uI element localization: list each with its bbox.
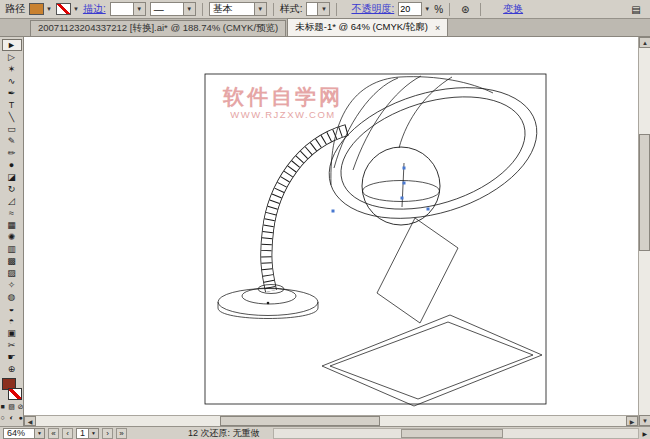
screen-mode-menu-button[interactable]: ◐ — [8, 413, 15, 422]
stroke-link[interactable]: 描边: — [83, 2, 106, 16]
tab-document-1[interactable]: 20071123204337212 [转换].ai* @ 188.74% (CM… — [30, 20, 286, 36]
brush-definition-value: 基本 — [213, 2, 233, 16]
canvas[interactable]: 软件自学网 WWW.RJZXW.COM — [24, 37, 638, 415]
recolor-artwork-icon[interactable]: ⊛ — [456, 1, 474, 18]
status-scroll-strip[interactable] — [273, 428, 640, 439]
color-button[interactable]: ■ — [0, 402, 6, 411]
fill-dropdown-icon[interactable]: ▼ — [46, 6, 52, 12]
undo-status-text: 12 次还原: 无重做 — [188, 427, 260, 439]
rectangle-tool[interactable]: ▭ — [2, 123, 22, 135]
vertical-scrollbar[interactable]: ▲ ▼ — [638, 37, 650, 426]
separator — [449, 3, 450, 16]
hand-tool[interactable]: ☛ — [2, 351, 22, 363]
transform-link[interactable]: 变换 — [503, 2, 523, 16]
pencil-tool[interactable]: ✏ — [2, 147, 22, 159]
scroll-right-icon[interactable]: ▶ — [626, 416, 638, 426]
fill-color-swatch[interactable] — [29, 3, 44, 15]
chevron-down-icon[interactable]: ▼ — [183, 3, 195, 15]
toolbar-tools: ►▷✶∿✒T╲▭✎✏●◪↻◿≈▦✺▥▩▨✧◍◒◓▣✂☛⊕ — [2, 39, 22, 375]
separator — [480, 3, 481, 16]
watermark-title: 软件自学网 — [222, 85, 343, 108]
free-transform-tool[interactable]: ▦ — [2, 219, 22, 231]
direct-selection-tool[interactable]: ▷ — [2, 51, 22, 63]
blob-brush-tool[interactable]: ● — [2, 159, 22, 171]
type-tool[interactable]: T — [2, 99, 22, 111]
artboard-number-combo[interactable]: 1 ▼ — [76, 428, 99, 439]
brush-definition-combo[interactable]: 基本 ▼ — [209, 2, 267, 16]
screen-mode-normal-button[interactable]: ○ — [0, 413, 6, 422]
previous-artboard-button[interactable]: ‹ — [62, 428, 73, 439]
fill-stroke-swatches — [2, 378, 22, 400]
stroke-color-swatch[interactable] — [56, 3, 71, 15]
control-panel-menu-icon[interactable]: ▤ — [627, 1, 645, 18]
zoom-value: 64% — [7, 428, 25, 438]
separator — [273, 3, 274, 16]
scroll-down-icon[interactable]: ▼ — [639, 415, 650, 426]
width-tool[interactable]: ≈ — [2, 207, 22, 219]
selection-type-label: 路径 — [5, 2, 25, 16]
status-menu-icon[interactable]: ▶ — [642, 430, 647, 437]
slice-tool[interactable]: ✂ — [2, 339, 22, 351]
main-area: ►▷✶∿✒T╲▭✎✏●◪↻◿≈▦✺▥▩▨✧◍◒◓▣✂☛⊕ ■▨⊘ ○◐● — [0, 37, 650, 426]
style-combo[interactable]: ▼ — [306, 2, 330, 16]
status-bar: 64% ▼ « ‹ 1 ▼ › » 12 次还原: 无重做 ▶ — [0, 426, 650, 439]
magic-wand-tool[interactable]: ✶ — [2, 63, 22, 75]
stroke-weight-combo[interactable]: ▼ — [110, 2, 146, 16]
style-label: 样式: — [280, 2, 303, 16]
eyedropper-tool[interactable]: ✧ — [2, 279, 22, 291]
first-artboard-button[interactable]: « — [48, 428, 59, 439]
tools-panel: ►▷✶∿✒T╲▭✎✏●◪↻◿≈▦✺▥▩▨✧◍◒◓▣✂☛⊕ ■▨⊘ ○◐● — [0, 37, 24, 426]
stroke-dropdown-icon[interactable]: ▼ — [73, 6, 79, 12]
separator — [336, 3, 337, 16]
separator — [202, 3, 203, 16]
gradient-button[interactable]: ▨ — [8, 402, 15, 411]
opacity-dropdown-icon[interactable]: ▼ — [424, 6, 430, 12]
eraser-tool[interactable]: ◪ — [2, 171, 22, 183]
none-button[interactable]: ⊘ — [17, 402, 24, 411]
rotate-tool[interactable]: ↻ — [2, 183, 22, 195]
symbol-sprayer-tool[interactable]: ✺ — [2, 231, 22, 243]
scroll-left-icon[interactable]: ◀ — [24, 416, 36, 426]
column-graph-tool[interactable]: ▥ — [2, 243, 22, 255]
live-paint-selection-tool[interactable]: ◓ — [2, 315, 22, 327]
mesh-tool[interactable]: ▩ — [2, 255, 22, 267]
tab-document-2[interactable]: 未标题-1* @ 64% (CMYK/轮廓) × — [287, 18, 448, 36]
close-icon[interactable]: × — [435, 23, 440, 33]
scroll-up-icon[interactable]: ▲ — [639, 37, 650, 48]
scale-tool[interactable]: ◿ — [2, 195, 22, 207]
vscroll-thumb[interactable] — [639, 134, 650, 251]
stroke-profile-combo[interactable]: — ▼ — [150, 2, 196, 16]
paintbrush-tool[interactable]: ✎ — [2, 135, 22, 147]
line-tool[interactable]: ╲ — [2, 111, 22, 123]
zoom-level-combo[interactable]: 64% ▼ — [3, 428, 45, 439]
chevron-down-icon[interactable]: ▼ — [254, 3, 266, 15]
pen-tool[interactable]: ✒ — [2, 87, 22, 99]
chevron-down-icon[interactable]: ▼ — [133, 3, 145, 15]
horizontal-scrollbar[interactable]: ◀ ▶ — [24, 415, 638, 426]
next-artboard-button[interactable]: › — [102, 428, 113, 439]
gradient-tool[interactable]: ▨ — [2, 267, 22, 279]
illustrator-window: 路径 ▼ ▼ 描边: ▼ — ▼ 基本 ▼ 样式: ▼ 不透明度: ▼ % ⊛ … — [0, 0, 650, 439]
live-paint-bucket-tool[interactable]: ◒ — [2, 303, 22, 315]
hscroll-thumb[interactable] — [220, 416, 380, 426]
percent-label: % — [434, 4, 443, 15]
blend-tool[interactable]: ◍ — [2, 291, 22, 303]
status-scroll-thumb[interactable] — [401, 429, 503, 438]
chevron-down-icon[interactable]: ▼ — [88, 429, 98, 438]
lasso-tool[interactable]: ∿ — [2, 75, 22, 87]
chevron-down-icon[interactable]: ▼ — [317, 3, 329, 15]
screen-mode-full-button[interactable]: ● — [17, 413, 24, 422]
opacity-link[interactable]: 不透明度: — [351, 2, 394, 16]
tab-label: 20071123204337212 [转换].ai* @ 188.74% (CM… — [38, 22, 278, 35]
options-bar: 路径 ▼ ▼ 描边: ▼ — ▼ 基本 ▼ 样式: ▼ 不透明度: ▼ % ⊛ … — [0, 0, 650, 19]
opacity-input[interactable] — [398, 2, 422, 16]
tab-label: 未标题-1* @ 64% (CMYK/轮廓) — [295, 21, 428, 34]
toolbar-stroke-swatch[interactable] — [8, 388, 22, 400]
artboard-number: 1 — [80, 428, 85, 438]
zoom-tool[interactable]: ⊕ — [2, 363, 22, 375]
chevron-down-icon[interactable]: ▼ — [34, 429, 44, 438]
artboard-tool[interactable]: ▣ — [2, 327, 22, 339]
paint-mode-buttons: ■▨⊘ — [0, 402, 24, 411]
last-artboard-button[interactable]: » — [116, 428, 127, 439]
selection-tool[interactable]: ► — [2, 39, 22, 51]
